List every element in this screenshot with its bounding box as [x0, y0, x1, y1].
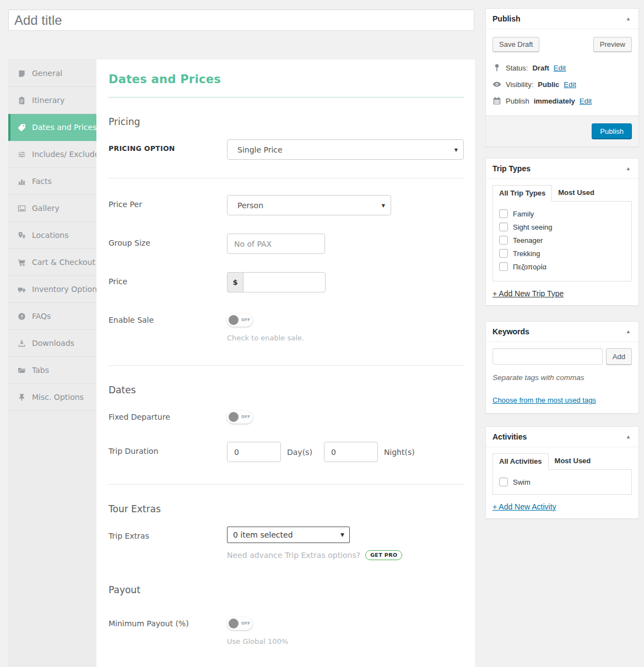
preview-button[interactable]: Preview [593, 37, 632, 52]
checkbox[interactable] [499, 249, 508, 258]
heading-divider [109, 97, 464, 97]
select-caret-icon: ▼ [454, 147, 458, 152]
trip-type-item[interactable]: Trekking [498, 247, 626, 260]
nav-tab-faqs[interactable]: ? FAQs [8, 303, 96, 330]
tab-most-used[interactable]: Most Used [552, 185, 600, 202]
enable-sale-toggle[interactable]: OFF [227, 313, 253, 327]
tab-most-used[interactable]: Most Used [549, 453, 597, 470]
keywords-hint: Separate tags with commas [493, 373, 632, 382]
nav-tab-label: Itinerary [32, 96, 64, 105]
tab-all-activities[interactable]: All Activities [493, 453, 549, 470]
chart-icon [18, 177, 26, 186]
edit-schedule-link[interactable]: Edit [580, 97, 592, 105]
nav-tab-inventory-options[interactable]: Inventory Options [8, 276, 96, 303]
clipboard-icon [18, 96, 26, 105]
pricing-option-select[interactable]: Single Price ▼ [227, 139, 464, 160]
nights-unit-label: Night(s) [384, 448, 415, 457]
nav-tab-general[interactable]: General [8, 60, 96, 87]
trip-duration-nights-input[interactable] [324, 442, 378, 462]
checkbox[interactable] [499, 236, 508, 245]
collapse-arrow-icon[interactable]: ▲ [625, 16, 632, 21]
trip-type-item[interactable]: Family [498, 207, 626, 220]
choose-most-used-tags-link[interactable]: Choose from the most used tags [493, 396, 596, 404]
checkbox[interactable] [499, 209, 508, 218]
nav-tab-itinerary[interactable]: Itinerary [8, 87, 96, 114]
collapse-arrow-icon[interactable]: ▲ [625, 434, 632, 440]
svg-text:?: ? [20, 313, 23, 319]
eye-icon [493, 80, 501, 89]
keywords-input[interactable] [493, 348, 603, 365]
visibility-row: Visibility: Public Edit [493, 76, 632, 93]
keywords-box: Keywords ▲ Add Separate tags with commas… [485, 321, 639, 414]
collapse-arrow-icon[interactable]: ▲ [625, 329, 632, 334]
group-size-row: Group Size [109, 234, 464, 254]
add-keyword-button[interactable]: Add [606, 348, 632, 365]
tab-all-trip-types[interactable]: All Trip Types [493, 185, 552, 202]
nav-tab-cart-checkout[interactable]: Cart & Checkout [8, 249, 96, 276]
trip-duration-row: Trip Duration Day(s) Night(s) [109, 442, 464, 462]
min-payout-description: Use Global 100% [227, 637, 288, 646]
map-pins-icon [18, 231, 26, 240]
trip-type-item[interactable]: Sight seeing [498, 220, 626, 234]
toggle-knob [229, 315, 239, 325]
checkbox[interactable] [499, 223, 508, 231]
page-title: Dates and Prices [109, 73, 464, 86]
checkbox[interactable] [499, 478, 508, 486]
nav-tab-label: Cart & Checkout [32, 258, 95, 267]
nav-tab-downloads[interactable]: Downloads [8, 330, 96, 357]
post-title-input[interactable] [8, 9, 474, 31]
trip-duration-days-input[interactable] [227, 442, 281, 462]
nav-tab-label: Gallery [32, 204, 59, 213]
schedule-label: Publish [506, 97, 529, 105]
nav-tab-label: Facts [32, 177, 52, 186]
nav-tab-locations[interactable]: Locations [8, 222, 96, 249]
group-size-input[interactable] [227, 234, 325, 254]
price-per-select[interactable]: Person ▼ [227, 195, 391, 215]
nav-tab-label: Misc. Options [32, 393, 84, 402]
schedule-row: Publish immediately Edit [493, 93, 632, 109]
sliders-icon [18, 150, 26, 159]
edit-visibility-link[interactable]: Edit [564, 80, 576, 89]
publish-box-footer: Publish [486, 116, 638, 147]
checkbox[interactable] [499, 262, 508, 271]
publish-button[interactable]: Publish [592, 123, 632, 139]
trip-extras-multiselect[interactable]: 0 item selected ▼ [227, 527, 350, 543]
toggle-knob [229, 619, 239, 628]
add-new-activity-link[interactable]: + Add New Activity [493, 502, 556, 511]
toggle-state-label: OFF [241, 621, 250, 626]
trip-types-tabs: All Trip Types Most Used [493, 185, 632, 202]
publish-box: Publish ▲ Save Draft Preview Status: Dra… [485, 8, 639, 147]
trip-extras-label: Trip Extras [109, 527, 227, 560]
activity-item[interactable]: Swim [498, 475, 626, 489]
add-new-trip-type-link[interactable]: + Add New Trip Type [493, 289, 564, 298]
edit-status-link[interactable]: Edit [554, 64, 566, 72]
price-input[interactable] [243, 272, 326, 292]
nav-tab-tabs[interactable]: Tabs [8, 357, 96, 384]
pricing-option-label: PRICING OPTION [109, 139, 227, 160]
trip-types-box: Trip Types ▲ All Trip Types Most Used Fa… [485, 158, 639, 306]
activities-title: Activities [493, 432, 527, 441]
publish-box-title: Publish [493, 14, 521, 23]
min-payout-toggle[interactable]: OFF [227, 617, 253, 630]
note-icon [18, 69, 26, 78]
nav-tab-facts[interactable]: Facts [8, 168, 96, 195]
price-label: Price [109, 272, 227, 292]
nav-tab-gallery[interactable]: Gallery [8, 195, 96, 222]
trip-type-item[interactable]: Πεζοπορία [498, 260, 626, 273]
nav-tab-includes-excludes[interactable]: Includes/ Excludes [8, 141, 96, 168]
save-draft-button[interactable]: Save Draft [493, 37, 539, 52]
activities-tabs: All Activities Most Used [493, 453, 632, 470]
trip-extras-row: Trip Extras 0 item selected ▼ Need advan… [109, 527, 464, 560]
trip-type-item[interactable]: Teenager [498, 234, 626, 247]
fixed-departure-toggle[interactable]: OFF [227, 410, 253, 424]
pricing-option-row: PRICING OPTION Single Price ▼ [109, 139, 464, 160]
nav-tab-dates-and-prices[interactable]: Dates and Prices [8, 114, 96, 141]
get-pro-button[interactable]: GET PRO [365, 550, 402, 560]
fixed-departure-row: Fixed Departure OFF [109, 408, 464, 424]
post-status-row: Status: Draft Edit [493, 59, 632, 76]
collapse-arrow-icon[interactable]: ▲ [625, 166, 632, 171]
keywords-body: Add Separate tags with commas Choose fro… [486, 342, 638, 413]
pricing-option-value: Single Price [237, 145, 283, 154]
price-per-label: Price Per [109, 195, 227, 215]
nav-tab-misc-options[interactable]: Misc. Options [8, 384, 96, 411]
